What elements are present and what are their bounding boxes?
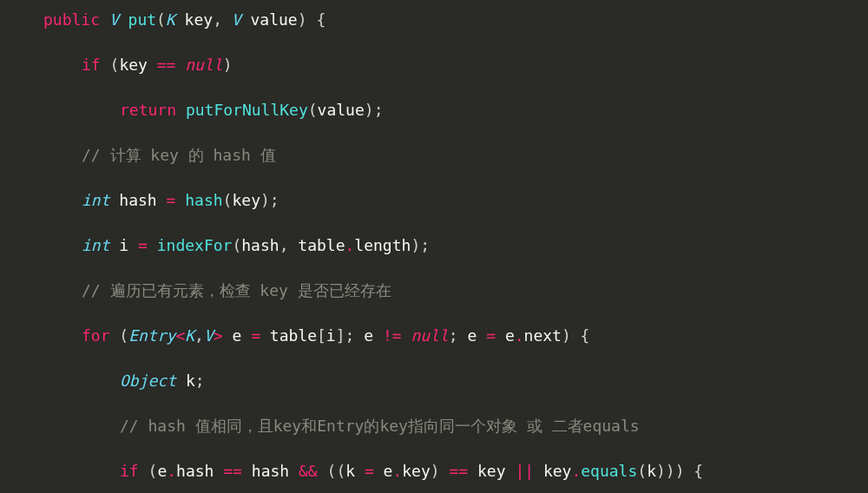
code-line: return putForNullKey(value);: [0, 99, 868, 122]
code-line: int i = indexFor(hash, table.length);: [0, 234, 868, 257]
code-line: // 遍历已有元素，检查 key 是否已经存在: [0, 279, 868, 302]
code-line: if (key == null): [0, 54, 868, 76]
code-line: for (Entry<K,V> e = table[i]; e != null;…: [0, 325, 868, 347]
code-line: // hash 值相同，且key和Entry的key指向同一个对象 或 二者eq…: [0, 415, 868, 437]
code-block: public V put(K key, V value) { if (key =…: [0, 0, 868, 493]
code-line: public V put(K key, V value) {: [0, 9, 868, 31]
code-line: int hash = hash(key);: [0, 189, 868, 212]
code-line: if (e.hash == hash && ((k = e.key) == ke…: [0, 460, 868, 483]
code-line: // 计算 key 的 hash 值: [0, 144, 868, 167]
code-line: Object k;: [0, 370, 868, 392]
